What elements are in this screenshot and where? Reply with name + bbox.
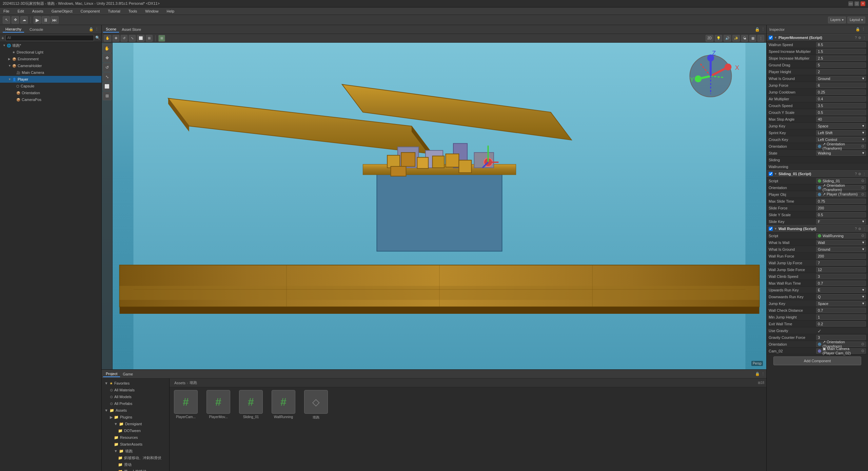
menu-tutorial[interactable]: Tutorial [106, 8, 122, 14]
prop-value-slope-increase[interactable] [816, 56, 866, 61]
project-demigiant[interactable]: ▼ 📁 Demigiant [102, 421, 169, 427]
prop-value-pm-orientation[interactable]: ↗ Orientation (Transform) ⊙ [816, 144, 866, 149]
prop-value-wall-jump-side-force[interactable] [816, 267, 866, 272]
prop-value-wall-run-force[interactable] [816, 253, 866, 259]
scene-tool-rotate[interactable]: ↺ [103, 63, 112, 72]
tab-console[interactable]: Console [27, 27, 46, 32]
scene-scale-btn[interactable]: ⤡ [129, 35, 136, 42]
prop-value-jump-force[interactable] [816, 83, 866, 88]
hierarchy-add-btn[interactable]: + [1, 35, 4, 41]
prop-value-wr-what-is-ground[interactable]: Ground ▾ [816, 247, 866, 252]
layers-dropdown[interactable]: Layers ▾ [828, 17, 846, 23]
prop-value-what-is-wall[interactable]: Wall ▾ [816, 240, 866, 245]
inspector-menu-icon[interactable]: ⋮ [862, 27, 865, 32]
prop-value-pm-jump-key[interactable]: Space ▾ [816, 123, 866, 129]
scene-tool-misc[interactable]: ⊞ [103, 91, 112, 100]
scene-fx-btn[interactable]: ✨ [732, 35, 740, 42]
wr-script-target-icon[interactable]: ⊙ [861, 233, 864, 238]
s01-help-icon[interactable]: ? [855, 172, 857, 176]
maximize-button[interactable]: □ [854, 1, 859, 6]
scene-rotate-btn[interactable]: ↺ [121, 35, 127, 42]
project-assets-header[interactable]: ▼ 📁 Assets [102, 407, 169, 414]
asset-item-qiangpao[interactable]: ◇ 墙跑 [302, 390, 330, 420]
toolbar-select-btn[interactable]: ↖ [3, 16, 10, 24]
pm-help-icon[interactable]: ? [855, 36, 857, 40]
scene-tool-move[interactable]: ✥ [103, 54, 112, 62]
prop-value-max-slop-angle[interactable] [816, 117, 866, 122]
scene-wireframe-btn[interactable]: ▦ [749, 35, 756, 42]
minimize-button[interactable]: — [848, 1, 853, 6]
hierarchy-item-orientation[interactable]: 📦 Orientation [0, 89, 101, 96]
menu-window[interactable]: Window [143, 8, 160, 14]
scene-sky-btn[interactable]: 🌤 [741, 35, 748, 42]
project-resources[interactable]: 📁 Resources [102, 434, 169, 441]
scene-rect-btn[interactable]: ⬜ [137, 35, 144, 42]
hierarchy-item-dirlight[interactable]: ☀ Directional Light [0, 49, 101, 56]
bottom-menu-icon[interactable]: ⋮ [761, 372, 765, 376]
hierarchy-item-capsule[interactable]: ⬡ Capsule [0, 83, 101, 89]
prop-value-gravity-counter-force[interactable] [816, 335, 866, 340]
project-sliding[interactable]: 📁 滑动 [102, 461, 169, 468]
scene-menu-icon[interactable]: ⋮ [761, 27, 765, 32]
window-controls[interactable]: — □ ✕ [848, 1, 865, 6]
prop-value-use-gravity[interactable]: ✓ [816, 328, 866, 333]
menu-help[interactable]: Help [164, 8, 176, 14]
prop-value-max-slide-time[interactable] [816, 199, 866, 204]
hierarchy-menu-icon[interactable]: ⋮ [95, 27, 99, 32]
hierarchy-item-maincamera[interactable]: 🎥 Main Camera [0, 69, 101, 76]
project-all-materials[interactable]: ⊙ All Materials [102, 387, 169, 393]
hierarchy-item-environment[interactable]: ▶ 📦 Environment [0, 56, 101, 62]
prop-value-what-is-ground[interactable]: Ground ▾ [816, 76, 866, 81]
prop-value-state[interactable]: Walking ▾ [816, 150, 866, 156]
wr-settings-icon[interactable]: ⚙ [858, 227, 861, 231]
prop-value-upwards-run-key[interactable]: E ▾ [816, 287, 866, 293]
asset-item-sliding01[interactable]: # Sliding_01 [237, 390, 264, 419]
prop-value-crouch-y-scale[interactable] [816, 110, 866, 115]
scene-grid-btn[interactable]: ⊞ [158, 35, 165, 42]
asset-item-playercam[interactable]: # PlayerCam... [172, 390, 199, 419]
prop-value-exit-wall-time[interactable] [816, 321, 866, 327]
menu-file[interactable]: File [1, 8, 12, 14]
scene-move-btn[interactable]: ✥ [113, 35, 119, 42]
prop-value-s01-orientation[interactable]: ↗ Orientation (Transform) ⊙ [816, 185, 866, 190]
prop-value-player-obj[interactable]: ↗ Player (Transform) ⊙ [816, 192, 866, 197]
scene-lock-icon[interactable]: 🔒 [755, 27, 760, 32]
scene-view[interactable]: ✋ ✥ ↺ ⤡ ⬜ ⊞ [102, 43, 766, 369]
s01-script-target-icon[interactable]: ⊙ [861, 179, 864, 183]
hierarchy-item-camerapos[interactable]: 📦 CameraPos [0, 96, 101, 103]
component-sliding01[interactable]: ▼ Sliding_01 (Script) ? ⚙ ⋮ [767, 170, 868, 178]
prop-value-wr-script[interactable]: WallRunning ⊙ [816, 233, 866, 239]
tab-scene[interactable]: Scene [103, 26, 119, 33]
scene-audio-btn[interactable]: 🔊 [724, 35, 731, 42]
tab-asset-store[interactable]: Asset Store [119, 27, 144, 32]
toolbar-move-btn[interactable]: ✥ [12, 16, 19, 24]
scene-tool-hand[interactable]: ✋ [103, 44, 112, 53]
hierarchy-item-root[interactable]: ▼ 🌐 墙跑* [0, 42, 101, 49]
prop-value-crouch-key[interactable]: Left Control ▾ [816, 137, 866, 142]
project-all-models[interactable]: ⊙ All Models [102, 393, 169, 400]
toolbar-cloud-btn[interactable]: ☁ [20, 16, 28, 24]
scene-2d-btn[interactable]: 2D [706, 35, 713, 42]
project-firstperson[interactable]: 📁 第一人称移动 [102, 468, 169, 471]
scene-multi-btn[interactable]: ⊞ [146, 35, 153, 42]
menu-tools[interactable]: Tools [126, 8, 139, 14]
layout-dropdown[interactable]: Layout ▾ [847, 17, 865, 23]
project-all-prefabs[interactable]: ⊙ All Prefabs [102, 400, 169, 407]
project-qiangpao[interactable]: ▼ 📁 墙跑 [102, 448, 169, 454]
prop-value-max-wall-run-time[interactable] [816, 281, 866, 286]
prop-value-crouch-speed[interactable] [816, 103, 866, 108]
prop-value-wall-climb-speed[interactable] [816, 274, 866, 279]
s01-settings-icon[interactable]: ⚙ [858, 172, 861, 176]
menu-edit[interactable]: Edit [16, 8, 26, 14]
s01-more-icon[interactable]: ⋮ [863, 172, 866, 176]
hierarchy-item-player[interactable]: ▼ 👤 Player [0, 76, 101, 83]
component-s01-checkbox[interactable] [769, 172, 773, 176]
wr-more-icon[interactable]: ⋮ [863, 227, 866, 231]
scene-more-btn[interactable]: ⋮ [757, 35, 764, 42]
asset-item-playermov[interactable]: # PlayerMov... [205, 390, 232, 419]
cam02-target-icon[interactable]: ⊙ [861, 349, 864, 353]
scene-hand-btn[interactable]: ✋ [104, 35, 111, 42]
project-favorites-header[interactable]: ▼ ★ Favorites [102, 380, 169, 387]
inspector-lock-icon[interactable]: 🔒 [855, 27, 860, 32]
breadcrumb-qiangpao[interactable]: 墙跑 [190, 380, 197, 385]
